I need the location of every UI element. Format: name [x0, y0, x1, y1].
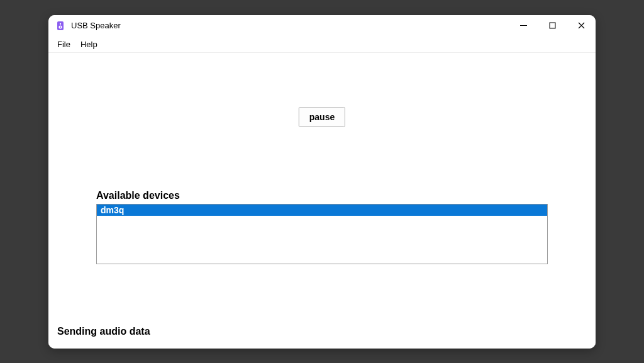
app-window: USB Speaker File Help pause Available de… — [48, 15, 596, 349]
window-controls — [509, 15, 596, 36]
window-title: USB Speaker — [71, 21, 509, 30]
status-text: Sending audio data — [57, 326, 150, 337]
close-button[interactable] — [567, 15, 596, 36]
minimize-button[interactable] — [509, 15, 538, 36]
device-row[interactable]: dm3q — [97, 204, 547, 216]
devices-section: Available devices dm3q — [96, 190, 548, 264]
menu-help[interactable]: Help — [75, 38, 103, 50]
menu-file[interactable]: File — [52, 38, 75, 50]
menubar: File Help — [48, 36, 596, 53]
maximize-button[interactable] — [538, 15, 567, 36]
speaker-icon — [55, 20, 66, 31]
svg-rect-5 — [550, 23, 555, 28]
content-area: pause Available devices dm3q Sending aud… — [48, 53, 596, 349]
devices-heading: Available devices — [96, 190, 548, 201]
svg-point-1 — [60, 23, 61, 24]
pause-button[interactable]: pause — [299, 107, 345, 127]
titlebar: USB Speaker — [48, 15, 596, 36]
svg-point-3 — [60, 26, 61, 27]
devices-listbox[interactable]: dm3q — [96, 204, 548, 264]
